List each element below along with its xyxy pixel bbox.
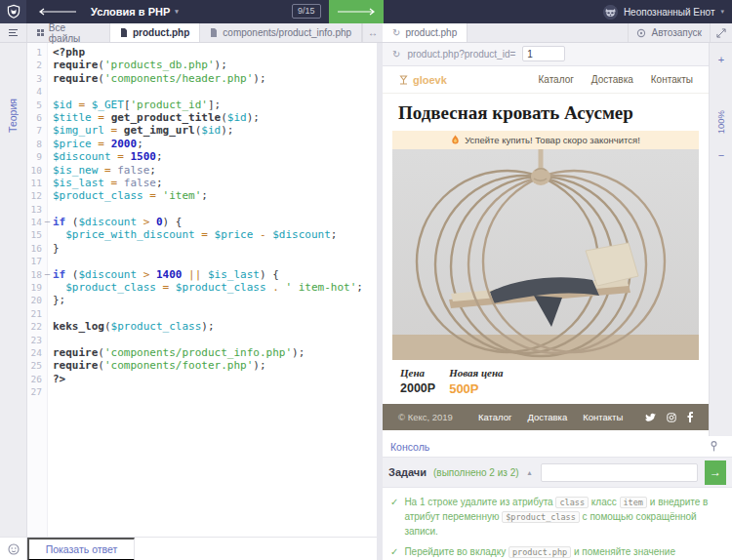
- check-tasks-button[interactable]: →: [705, 460, 726, 485]
- code-line[interactable]: 22keks_log($product_class);: [27, 320, 377, 333]
- task-item: ✓На 1 строке удалите из атрибута class к…: [390, 495, 724, 539]
- fold-marker[interactable]: –: [42, 268, 53, 281]
- twitter-icon[interactable]: [645, 413, 656, 422]
- code-text: }: [53, 242, 60, 255]
- chevron-down-icon: ▾: [175, 8, 179, 16]
- code-line[interactable]: 26?>: [27, 373, 377, 385]
- shop-logo[interactable]: gloevk: [398, 74, 447, 86]
- console-header[interactable]: Консоль: [383, 436, 732, 458]
- fold-marker: [42, 59, 53, 71]
- raccoon-icon: [603, 5, 618, 20]
- refresh-icon[interactable]: ↻: [392, 49, 400, 60]
- footer-link-delivery[interactable]: Доставка: [527, 412, 567, 422]
- code-editor[interactable]: 1<?php2require('products_db.php');3requi…: [27, 42, 377, 540]
- next-task-button[interactable]: [329, 0, 384, 23]
- code-line[interactable]: 18–if ($discount > 1400 || $is_last) {: [27, 268, 377, 281]
- code-line[interactable]: 5$id = $_GET['product_id'];: [27, 99, 377, 111]
- fullscreen-button[interactable]: [711, 23, 732, 42]
- show-answer-button[interactable]: Показать ответ: [27, 538, 135, 560]
- line-number: 18: [27, 268, 42, 281]
- line-number: 6: [27, 111, 42, 124]
- code-line[interactable]: 4: [27, 85, 377, 98]
- code-line[interactable]: 3require('components/header.php');: [27, 72, 377, 85]
- tab-components-product-info-php[interactable]: components/product_info.php: [200, 23, 362, 42]
- all-files-button[interactable]: Все файлы: [27, 23, 110, 42]
- fold-marker: [42, 46, 53, 59]
- line-number: 3: [27, 72, 42, 85]
- course-title-menu[interactable]: Условия в PHP ▾: [91, 6, 179, 18]
- fold-marker: [42, 150, 53, 163]
- code-text: keks_log($product_class);: [53, 320, 215, 333]
- fold-marker[interactable]: –: [42, 216, 53, 228]
- code-line[interactable]: 2require('products_db.php');: [27, 59, 377, 71]
- footer-copyright: © Кекс, 2019: [398, 412, 453, 422]
- editor-menu-toggle[interactable]: [0, 23, 27, 42]
- code-text: $product_class = 'item';: [53, 189, 208, 202]
- code-line[interactable]: 17: [27, 255, 377, 267]
- tab-product-php[interactable]: product.php: [110, 23, 200, 42]
- line-number: 11: [27, 177, 42, 189]
- file-icon: [120, 28, 128, 37]
- code-line[interactable]: 15 $price_with_discount = $price - $disc…: [27, 228, 377, 241]
- code-line[interactable]: 20};: [27, 294, 377, 306]
- code-line[interactable]: 8$price = 2000;: [27, 138, 377, 150]
- zoom-out-button[interactable]: −: [710, 147, 732, 163]
- code-line[interactable]: 10$is_new = false;: [27, 164, 377, 177]
- code-line[interactable]: 6$title = get_product_title($id);: [27, 111, 377, 124]
- shop-header: gloevk Каталог Доставка Контакты: [383, 66, 709, 94]
- app-logo[interactable]: [0, 0, 26, 23]
- facebook-icon[interactable]: [687, 412, 693, 422]
- code-line[interactable]: 24require('components/product_info.php')…: [27, 346, 377, 359]
- fold-marker: [42, 281, 53, 294]
- back-button[interactable]: [38, 8, 77, 16]
- inline-code: item: [620, 497, 647, 508]
- code-line[interactable]: 16}: [27, 242, 377, 255]
- footer-link-catalog[interactable]: Каталог: [478, 412, 512, 422]
- product-id-input[interactable]: [522, 46, 565, 61]
- instagram-icon[interactable]: [667, 413, 676, 422]
- code-line[interactable]: 23: [27, 334, 377, 346]
- code-line[interactable]: 7$img_url = get_img_url($id);: [27, 124, 377, 137]
- line-number: 24: [27, 346, 42, 359]
- pin-button[interactable]: [704, 440, 724, 453]
- task-list: ✓На 1 строке удалите из атрибута class к…: [383, 488, 732, 560]
- code-line[interactable]: 12$product_class = 'item';: [27, 189, 377, 202]
- fold-marker: [42, 99, 53, 111]
- code-text: $img_url = get_img_url($id);: [53, 124, 233, 137]
- user-menu[interactable]: Неопознанный Енот ▾: [603, 0, 724, 23]
- code-line[interactable]: 25require('components/footer.php');: [27, 359, 377, 372]
- nav-link-delivery[interactable]: Доставка: [591, 74, 633, 85]
- footer-link-contacts[interactable]: Контакты: [583, 412, 623, 422]
- code-text: require('components/product_info.php');: [53, 346, 305, 359]
- left-sidebar: Теория: [0, 42, 27, 537]
- address-url: product.php?product_id=: [407, 49, 515, 60]
- line-number: 27: [27, 385, 42, 398]
- preview-tab-strip: ↻ product.php Автозапуск: [383, 23, 732, 42]
- zoom-in-button[interactable]: +: [710, 52, 732, 67]
- hurry-banner: Успейте купить! Товар скоро закончится!: [392, 131, 699, 149]
- code-line[interactable]: 21: [27, 307, 377, 320]
- code-line[interactable]: 9$discount = 1500;: [27, 150, 377, 163]
- nav-link-catalog[interactable]: Каталог: [538, 74, 573, 85]
- keks-hint-button[interactable]: [0, 538, 27, 560]
- code-line[interactable]: 1<?php: [27, 46, 377, 59]
- pane-resize-handle[interactable]: ↔: [362, 23, 383, 42]
- preview-tab-product-php[interactable]: ↻ product.php: [383, 23, 468, 42]
- code-text: $discount = 1500;: [53, 150, 163, 163]
- line-number: 2: [27, 59, 42, 71]
- course-title-label: Условия в PHP: [91, 6, 170, 18]
- sidebar-item-theory[interactable]: Теория: [7, 99, 19, 133]
- line-number: 25: [27, 359, 42, 372]
- code-line[interactable]: 13: [27, 203, 377, 216]
- code-line[interactable]: 11$is_last = false;: [27, 177, 377, 189]
- autorun-toggle[interactable]: Автозапуск: [628, 23, 711, 42]
- tasks-progress-bar: [541, 463, 698, 482]
- code-text: $title = get_product_title($id);: [53, 111, 260, 124]
- code-line[interactable]: 19 $product_class = $product_class . ' i…: [27, 281, 377, 294]
- collapse-tasks-button[interactable]: ▴: [526, 468, 534, 477]
- code-line[interactable]: 14–if ($discount > 0) {: [27, 216, 377, 228]
- code-line[interactable]: 27: [27, 385, 377, 398]
- preview-page: gloevk Каталог Доставка Контакты Подвесн…: [383, 66, 709, 436]
- nav-link-contacts[interactable]: Контакты: [651, 74, 693, 85]
- check-icon: ✓: [390, 544, 398, 560]
